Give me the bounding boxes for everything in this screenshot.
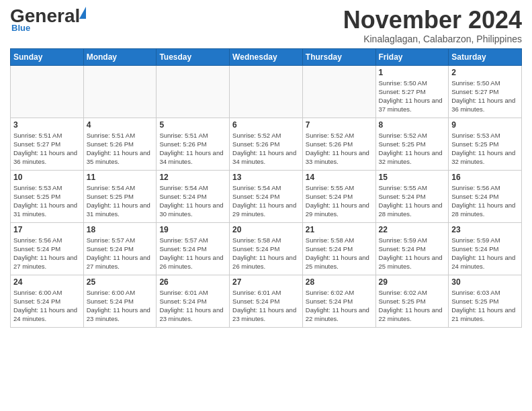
day-number: 5	[159, 120, 226, 130]
day-info: Sunrise: 5:52 AM Sunset: 5:26 PM Dayligh…	[306, 131, 373, 167]
day-number: 28	[306, 277, 373, 287]
day-info: Sunrise: 5:54 AM Sunset: 5:25 PM Dayligh…	[87, 183, 154, 219]
calendar-week-row: 17Sunrise: 5:56 AM Sunset: 5:24 PM Dayli…	[11, 222, 522, 275]
page-header: General Blue November 2024 Kinalaglagan,…	[10, 7, 522, 44]
calendar-cell: 11Sunrise: 5:54 AM Sunset: 5:25 PM Dayli…	[83, 170, 157, 222]
day-number: 11	[87, 173, 154, 182]
calendar-cell	[157, 65, 230, 118]
weekday-header: Thursday	[302, 48, 375, 65]
day-info: Sunrise: 5:56 AM Sunset: 5:24 PM Dayligh…	[451, 183, 519, 219]
day-info: Sunrise: 5:50 AM Sunset: 5:27 PM Dayligh…	[379, 79, 446, 114]
day-number: 7	[306, 120, 373, 130]
logo: General Blue	[10, 7, 86, 33]
calendar-cell: 20Sunrise: 5:58 AM Sunset: 5:24 PM Dayli…	[230, 222, 303, 275]
day-number: 20	[232, 225, 300, 234]
calendar-cell	[230, 65, 303, 118]
calendar-cell: 29Sunrise: 6:02 AM Sunset: 5:25 PM Dayli…	[375, 275, 449, 327]
calendar-cell: 15Sunrise: 5:55 AM Sunset: 5:24 PM Dayli…	[375, 170, 449, 222]
day-number: 16	[451, 173, 519, 182]
day-info: Sunrise: 6:03 AM Sunset: 5:25 PM Dayligh…	[451, 288, 519, 324]
calendar-cell: 18Sunrise: 5:57 AM Sunset: 5:24 PM Dayli…	[83, 222, 157, 275]
calendar-cell: 2Sunrise: 5:50 AM Sunset: 5:27 PM Daylig…	[449, 65, 522, 118]
day-info: Sunrise: 5:55 AM Sunset: 5:24 PM Dayligh…	[379, 183, 446, 219]
day-number: 3	[13, 120, 81, 130]
day-info: Sunrise: 6:00 AM Sunset: 5:24 PM Dayligh…	[87, 288, 154, 324]
day-number: 25	[87, 277, 154, 287]
day-info: Sunrise: 5:56 AM Sunset: 5:24 PM Dayligh…	[13, 236, 81, 271]
calendar-cell: 25Sunrise: 6:00 AM Sunset: 5:24 PM Dayli…	[83, 275, 157, 327]
day-number: 23	[451, 225, 519, 234]
day-number: 2	[451, 68, 519, 77]
day-info: Sunrise: 5:53 AM Sunset: 5:25 PM Dayligh…	[13, 183, 81, 219]
day-info: Sunrise: 5:54 AM Sunset: 5:24 PM Dayligh…	[232, 183, 300, 219]
calendar-cell	[83, 65, 157, 118]
calendar-cell: 16Sunrise: 5:56 AM Sunset: 5:24 PM Dayli…	[449, 170, 522, 222]
day-info: Sunrise: 6:01 AM Sunset: 5:24 PM Dayligh…	[159, 288, 226, 324]
calendar-cell: 28Sunrise: 6:02 AM Sunset: 5:24 PM Dayli…	[302, 275, 375, 327]
day-number: 1	[379, 68, 446, 77]
calendar-cell: 5Sunrise: 5:51 AM Sunset: 5:26 PM Daylig…	[157, 118, 230, 170]
calendar-cell: 26Sunrise: 6:01 AM Sunset: 5:24 PM Dayli…	[157, 275, 230, 327]
weekday-header: Friday	[375, 48, 449, 65]
weekday-header: Sunday	[11, 48, 84, 65]
calendar-cell: 7Sunrise: 5:52 AM Sunset: 5:26 PM Daylig…	[302, 118, 375, 170]
day-number: 18	[87, 225, 154, 234]
day-info: Sunrise: 6:02 AM Sunset: 5:25 PM Dayligh…	[379, 288, 446, 324]
calendar-cell: 6Sunrise: 5:52 AM Sunset: 5:26 PM Daylig…	[230, 118, 303, 170]
day-info: Sunrise: 5:58 AM Sunset: 5:24 PM Dayligh…	[306, 236, 373, 271]
calendar-cell: 12Sunrise: 5:54 AM Sunset: 5:24 PM Dayli…	[157, 170, 230, 222]
calendar-week-row: 1Sunrise: 5:50 AM Sunset: 5:27 PM Daylig…	[11, 65, 522, 118]
calendar-cell: 27Sunrise: 6:01 AM Sunset: 5:24 PM Dayli…	[230, 275, 303, 327]
day-info: Sunrise: 5:52 AM Sunset: 5:25 PM Dayligh…	[379, 131, 446, 167]
day-info: Sunrise: 5:53 AM Sunset: 5:25 PM Dayligh…	[451, 131, 519, 167]
day-number: 30	[451, 277, 519, 287]
calendar-cell: 9Sunrise: 5:53 AM Sunset: 5:25 PM Daylig…	[449, 118, 522, 170]
day-number: 6	[232, 120, 300, 130]
day-number: 24	[13, 277, 81, 287]
logo-blue: Blue	[11, 23, 30, 33]
month-year-title: November 2024	[343, 7, 522, 34]
day-info: Sunrise: 5:58 AM Sunset: 5:24 PM Dayligh…	[232, 236, 300, 271]
calendar-cell: 10Sunrise: 5:53 AM Sunset: 5:25 PM Dayli…	[11, 170, 84, 222]
day-number: 12	[159, 173, 226, 182]
day-info: Sunrise: 5:52 AM Sunset: 5:26 PM Dayligh…	[232, 131, 300, 167]
day-number: 22	[379, 225, 446, 234]
weekday-header: Wednesday	[230, 48, 303, 65]
day-info: Sunrise: 5:55 AM Sunset: 5:24 PM Dayligh…	[306, 183, 373, 219]
day-number: 13	[232, 173, 300, 182]
day-number: 26	[159, 277, 226, 287]
calendar-cell: 14Sunrise: 5:55 AM Sunset: 5:24 PM Dayli…	[302, 170, 375, 222]
calendar-cell: 22Sunrise: 5:59 AM Sunset: 5:24 PM Dayli…	[375, 222, 449, 275]
calendar-cell: 24Sunrise: 6:00 AM Sunset: 5:24 PM Dayli…	[11, 275, 84, 327]
calendar-cell: 19Sunrise: 5:57 AM Sunset: 5:24 PM Dayli…	[157, 222, 230, 275]
day-number: 19	[159, 225, 226, 234]
title-area: November 2024 Kinalaglagan, Calabarzon, …	[343, 7, 522, 44]
location-subtitle: Kinalaglagan, Calabarzon, Philippines	[343, 34, 522, 44]
day-number: 14	[306, 173, 373, 182]
calendar-cell: 8Sunrise: 5:52 AM Sunset: 5:25 PM Daylig…	[375, 118, 449, 170]
calendar-cell: 3Sunrise: 5:51 AM Sunset: 5:27 PM Daylig…	[11, 118, 84, 170]
calendar-cell: 13Sunrise: 5:54 AM Sunset: 5:24 PM Dayli…	[230, 170, 303, 222]
day-info: Sunrise: 5:51 AM Sunset: 5:26 PM Dayligh…	[159, 131, 226, 167]
calendar-cell	[302, 65, 375, 118]
calendar-cell: 21Sunrise: 5:58 AM Sunset: 5:24 PM Dayli…	[302, 222, 375, 275]
day-info: Sunrise: 6:02 AM Sunset: 5:24 PM Dayligh…	[306, 288, 373, 324]
calendar-cell: 17Sunrise: 5:56 AM Sunset: 5:24 PM Dayli…	[11, 222, 84, 275]
day-number: 29	[379, 277, 446, 287]
logo-triangle-icon	[79, 7, 86, 19]
day-number: 8	[379, 120, 446, 130]
calendar-cell: 4Sunrise: 5:51 AM Sunset: 5:26 PM Daylig…	[83, 118, 157, 170]
day-number: 27	[232, 277, 300, 287]
calendar-week-row: 24Sunrise: 6:00 AM Sunset: 5:24 PM Dayli…	[11, 275, 522, 327]
weekday-header: Monday	[83, 48, 157, 65]
day-number: 9	[451, 120, 519, 130]
calendar-cell	[11, 65, 84, 118]
day-info: Sunrise: 5:51 AM Sunset: 5:26 PM Dayligh…	[87, 131, 154, 167]
calendar-cell: 1Sunrise: 5:50 AM Sunset: 5:27 PM Daylig…	[375, 65, 449, 118]
day-info: Sunrise: 5:50 AM Sunset: 5:27 PM Dayligh…	[451, 79, 519, 114]
day-number: 17	[13, 225, 81, 234]
day-info: Sunrise: 5:54 AM Sunset: 5:24 PM Dayligh…	[159, 183, 226, 219]
day-info: Sunrise: 5:51 AM Sunset: 5:27 PM Dayligh…	[13, 131, 81, 167]
weekday-header: Tuesday	[157, 48, 230, 65]
calendar-cell: 30Sunrise: 6:03 AM Sunset: 5:25 PM Dayli…	[449, 275, 522, 327]
